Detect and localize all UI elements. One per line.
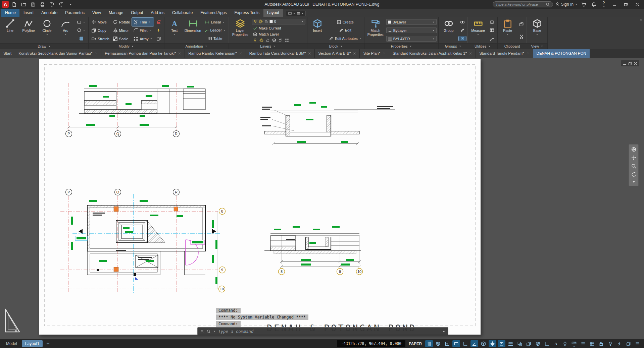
autocad-logo[interactable]: A [2,1,9,8]
qat-more-button[interactable] [66,1,75,8]
workspace-icon[interactable] [296,11,300,15]
utilities-panel-footer[interactable]: Utilities [468,43,497,49]
edit-attributes-button[interactable]: Edit Attributes [328,36,363,41]
close-tab-icon[interactable] [178,52,181,55]
tab-manage[interactable]: Manage [105,9,127,17]
copy-clip-button[interactable] [518,22,525,26]
rectangle-button[interactable] [76,20,87,24]
base-button[interactable]: Base [529,18,546,43]
insert-button[interactable]: Insert [309,18,326,43]
draw-panel-footer[interactable]: Draw [0,43,88,49]
hatch-button[interactable] [78,36,85,41]
arc-button[interactable]: Arc [57,18,74,43]
steering-wheel-icon[interactable] [631,147,637,152]
ellipse-button[interactable] [76,28,87,33]
annotation-monitor-toggle[interactable] [552,340,560,347]
minimize-button[interactable] [610,1,619,8]
quick-properties-toggle[interactable] [588,340,596,347]
rotate-button[interactable]: Rotate [111,18,131,26]
save-button[interactable] [29,1,37,8]
navbar-more-icon[interactable] [632,180,636,184]
tab-output[interactable]: Output [127,9,147,17]
block-panel-footer[interactable]: Block [307,43,364,49]
offset-button[interactable] [155,36,162,41]
close-tab-icon[interactable] [469,52,472,55]
restore-button[interactable] [621,1,631,8]
close-tab-icon[interactable] [239,52,242,55]
fillet-button[interactable]: Fillet [132,26,153,35]
group-button[interactable]: Group [440,18,457,43]
polar-tracking-toggle[interactable] [470,340,478,347]
help-search-field[interactable] [493,1,553,7]
dynamic-input-toggle[interactable] [452,340,460,347]
close-tab-icon[interactable] [383,52,386,55]
tab-insert[interactable]: Insert [20,9,37,17]
quick-calculator-button[interactable] [488,28,496,33]
stretch-button[interactable]: Stretch [90,35,111,43]
layer-properties-button[interactable]: Layer Properties [230,18,250,43]
space-indicator[interactable]: PAPER [407,342,424,346]
edit-block-button[interactable]: Edit [338,28,353,33]
trim-button[interactable]: Trim [132,18,153,26]
recent-commands-icon[interactable] [442,330,446,333]
model-tab[interactable]: Model [3,340,20,347]
caret-down-icon[interactable] [301,20,304,23]
lineweight-toggle[interactable] [507,340,514,347]
lineweight-dropdown[interactable]: BYLAYER [386,36,437,42]
view-panel-footer[interactable]: View [527,43,547,49]
command-line[interactable] [197,327,448,335]
table-button[interactable]: Table [206,36,224,41]
move-button[interactable]: Move [90,18,111,26]
dimension-button[interactable]: Dimension [184,18,202,43]
linetype-dropdown[interactable]: ByLayer [386,27,437,33]
layer-freeze-icon[interactable] [259,38,263,42]
file-tab-pemasangan-pompa[interactable]: Pemasangan Pompa dan Pipa ke Tangki* [101,49,185,58]
zoom-icon[interactable] [631,163,637,169]
file-tab-start[interactable]: Start [0,49,15,58]
object-snap-tracking-toggle[interactable] [489,340,496,347]
clean-screen-button[interactable] [625,340,632,347]
app-store-cart-button[interactable] [580,1,588,8]
close-tab-icon[interactable] [527,52,530,55]
match-properties-button[interactable]: Match Properties [366,18,385,43]
snap-mode-toggle[interactable] [434,340,442,347]
open-button[interactable] [19,1,28,8]
erase-button[interactable] [155,20,162,24]
redo-button[interactable] [57,1,65,8]
ungroup-button[interactable] [459,20,466,24]
close-tab-icon[interactable] [95,52,98,55]
drawing-close-icon[interactable] [633,61,638,66]
cut-clip-button[interactable] [518,34,525,39]
array-button[interactable]: Array [132,35,153,43]
selection-cycling-toggle[interactable] [525,340,533,347]
annotation-visibility-toggle[interactable] [561,340,569,347]
drawing-restore-icon[interactable] [628,61,632,66]
layer-off-icon[interactable] [272,38,276,42]
file-tab-rambu-keterangan[interactable]: Rambu Rambu Keterangan* [185,49,246,58]
grid-display-toggle[interactable] [425,340,433,347]
drawing-area[interactable]: P Q R [0,58,644,339]
tab-layout[interactable]: Layout [263,9,283,17]
transparency-toggle[interactable] [516,340,524,347]
ribbon-collapse-button[interactable] [638,17,644,49]
orbit-icon[interactable] [631,172,637,177]
tab-featured-apps[interactable]: Featured Apps [197,9,230,17]
file-tab-standard-tangki-pendam[interactable]: Standard Tangki Pendam* [476,49,533,58]
file-tab-site-plan[interactable]: Site Plan* [360,49,389,58]
search-icon[interactable] [546,2,550,7]
tab-express-tools[interactable]: Express Tools [231,9,263,17]
file-tab-section-aa-bb[interactable]: Section A-A & B-B* [315,49,360,58]
text-button[interactable]: Text [166,18,183,43]
plot-button[interactable] [38,1,46,8]
file-tab-standard-jalan-asphalt[interactable]: Standard Konstruksi Jalan Asphalt Kelas … [389,49,476,58]
infer-constraints-toggle[interactable] [443,340,451,347]
line-button[interactable]: Line [1,18,19,43]
copy-button[interactable]: Copy [90,26,111,35]
id-point-button[interactable] [488,36,496,41]
group-selection-toggle[interactable] [459,36,466,41]
layer-on-icon[interactable] [253,19,257,23]
caret-down-icon[interactable] [64,34,67,36]
file-tab-rambu-bongkar-bbm[interactable]: Rambu Tata Cara Bongkar BBM* [246,49,315,58]
command-input[interactable] [218,329,440,334]
close-tab-icon[interactable] [353,52,356,55]
